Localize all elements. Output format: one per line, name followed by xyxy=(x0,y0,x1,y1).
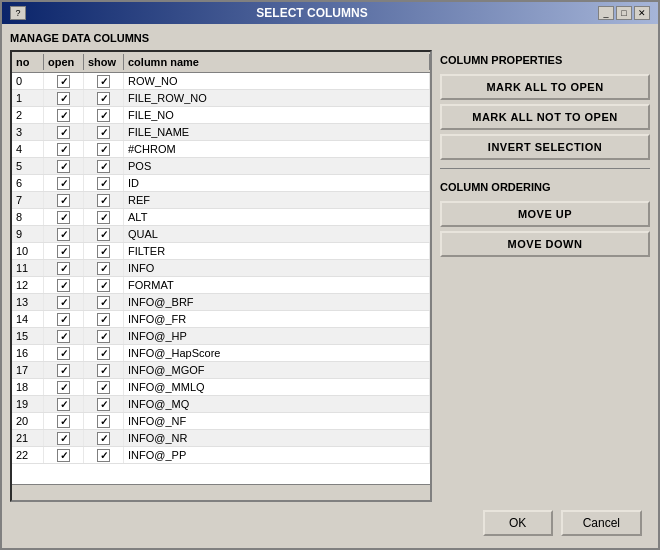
cell-open[interactable] xyxy=(44,311,84,327)
open-checkbox[interactable] xyxy=(57,296,70,309)
cell-show[interactable] xyxy=(84,73,124,89)
show-checkbox[interactable] xyxy=(97,177,110,190)
cell-show[interactable] xyxy=(84,345,124,361)
cell-open[interactable] xyxy=(44,328,84,344)
open-checkbox[interactable] xyxy=(57,262,70,275)
show-checkbox[interactable] xyxy=(97,415,110,428)
cell-show[interactable] xyxy=(84,141,124,157)
cell-open[interactable] xyxy=(44,73,84,89)
maximize-button[interactable]: □ xyxy=(616,6,632,20)
cell-open[interactable] xyxy=(44,124,84,140)
move-down-button[interactable]: MOVE DOWN xyxy=(440,231,650,257)
cell-open[interactable] xyxy=(44,447,84,463)
minimize-button[interactable]: _ xyxy=(598,6,614,20)
cell-show[interactable] xyxy=(84,447,124,463)
show-checkbox[interactable] xyxy=(97,279,110,292)
show-checkbox[interactable] xyxy=(97,126,110,139)
show-checkbox[interactable] xyxy=(97,160,110,173)
cell-open[interactable] xyxy=(44,158,84,174)
open-checkbox[interactable] xyxy=(57,330,70,343)
cell-open[interactable] xyxy=(44,192,84,208)
cell-show[interactable] xyxy=(84,107,124,123)
show-checkbox[interactable] xyxy=(97,109,110,122)
open-checkbox[interactable] xyxy=(57,177,70,190)
invert-selection-button[interactable]: INVERT SELECTION xyxy=(440,134,650,160)
show-checkbox[interactable] xyxy=(97,211,110,224)
cell-show[interactable] xyxy=(84,226,124,242)
cell-show[interactable] xyxy=(84,260,124,276)
show-checkbox[interactable] xyxy=(97,228,110,241)
horizontal-scrollbar[interactable] xyxy=(12,484,430,500)
open-checkbox[interactable] xyxy=(57,245,70,258)
open-checkbox[interactable] xyxy=(57,432,70,445)
show-checkbox[interactable] xyxy=(97,449,110,462)
cell-show[interactable] xyxy=(84,413,124,429)
cell-open[interactable] xyxy=(44,379,84,395)
cell-show[interactable] xyxy=(84,175,124,191)
mark-all-not-to-open-button[interactable]: MARK ALL NOT TO OPEN xyxy=(440,104,650,130)
open-checkbox[interactable] xyxy=(57,109,70,122)
cell-open[interactable] xyxy=(44,209,84,225)
cell-open[interactable] xyxy=(44,277,84,293)
open-checkbox[interactable] xyxy=(57,364,70,377)
open-checkbox[interactable] xyxy=(57,313,70,326)
show-checkbox[interactable] xyxy=(97,432,110,445)
open-checkbox[interactable] xyxy=(57,194,70,207)
move-up-button[interactable]: MOVE UP xyxy=(440,201,650,227)
open-checkbox[interactable] xyxy=(57,75,70,88)
show-checkbox[interactable] xyxy=(97,296,110,309)
cell-show[interactable] xyxy=(84,328,124,344)
show-checkbox[interactable] xyxy=(97,92,110,105)
cell-show[interactable] xyxy=(84,277,124,293)
show-checkbox[interactable] xyxy=(97,313,110,326)
open-checkbox[interactable] xyxy=(57,381,70,394)
cell-show[interactable] xyxy=(84,294,124,310)
show-checkbox[interactable] xyxy=(97,194,110,207)
show-checkbox[interactable] xyxy=(97,364,110,377)
open-checkbox[interactable] xyxy=(57,92,70,105)
cell-show[interactable] xyxy=(84,379,124,395)
open-checkbox[interactable] xyxy=(57,415,70,428)
cell-open[interactable] xyxy=(44,175,84,191)
cell-open[interactable] xyxy=(44,294,84,310)
open-checkbox[interactable] xyxy=(57,126,70,139)
open-checkbox[interactable] xyxy=(57,347,70,360)
show-checkbox[interactable] xyxy=(97,381,110,394)
cell-open[interactable] xyxy=(44,362,84,378)
cell-open[interactable] xyxy=(44,107,84,123)
open-checkbox[interactable] xyxy=(57,449,70,462)
cell-show[interactable] xyxy=(84,311,124,327)
cell-open[interactable] xyxy=(44,396,84,412)
show-checkbox[interactable] xyxy=(97,262,110,275)
cell-open[interactable] xyxy=(44,260,84,276)
cell-show[interactable] xyxy=(84,124,124,140)
cancel-button[interactable]: Cancel xyxy=(561,510,642,536)
help-button[interactable]: ? xyxy=(10,6,26,20)
show-checkbox[interactable] xyxy=(97,347,110,360)
cell-show[interactable] xyxy=(84,396,124,412)
show-checkbox[interactable] xyxy=(97,75,110,88)
mark-all-to-open-button[interactable]: MARK ALL TO OPEN xyxy=(440,74,650,100)
table-scroll-area[interactable]: 0ROW_NO1FILE_ROW_NO2FILE_NO3FILE_NAME4#C… xyxy=(12,73,430,484)
show-checkbox[interactable] xyxy=(97,143,110,156)
cell-show[interactable] xyxy=(84,90,124,106)
cell-show[interactable] xyxy=(84,243,124,259)
cell-open[interactable] xyxy=(44,413,84,429)
cell-open[interactable] xyxy=(44,141,84,157)
cell-open[interactable] xyxy=(44,226,84,242)
show-checkbox[interactable] xyxy=(97,245,110,258)
cell-show[interactable] xyxy=(84,362,124,378)
cell-show[interactable] xyxy=(84,192,124,208)
show-checkbox[interactable] xyxy=(97,398,110,411)
cell-open[interactable] xyxy=(44,430,84,446)
open-checkbox[interactable] xyxy=(57,160,70,173)
cell-show[interactable] xyxy=(84,430,124,446)
open-checkbox[interactable] xyxy=(57,143,70,156)
cell-open[interactable] xyxy=(44,345,84,361)
cell-show[interactable] xyxy=(84,209,124,225)
cell-open[interactable] xyxy=(44,243,84,259)
close-button[interactable]: ✕ xyxy=(634,6,650,20)
cell-open[interactable] xyxy=(44,90,84,106)
open-checkbox[interactable] xyxy=(57,211,70,224)
cell-show[interactable] xyxy=(84,158,124,174)
